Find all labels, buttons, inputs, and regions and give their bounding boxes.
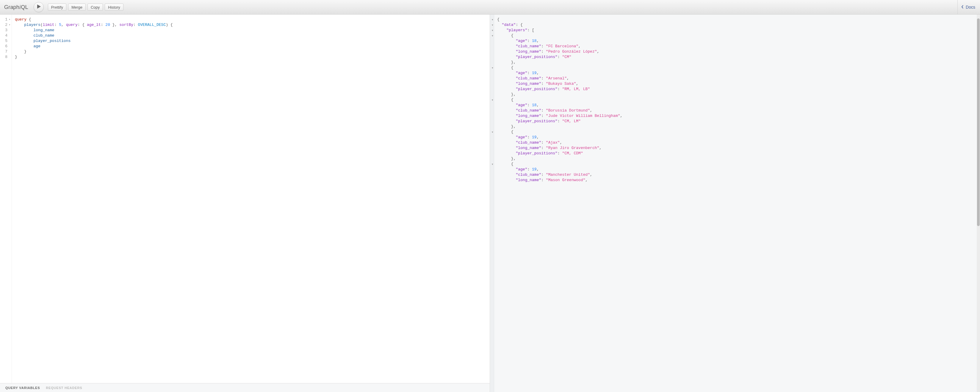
variable-editor-strip: QUERY VARIABLES REQUEST HEADERS xyxy=(0,383,490,392)
scrollbar-thumb[interactable] xyxy=(977,18,980,226)
tab-request-headers[interactable]: REQUEST HEADERS xyxy=(46,386,82,390)
query-editor-pane: 12345678 query { players(limit: 5, query… xyxy=(0,14,490,392)
play-icon xyxy=(37,5,41,10)
query-line-gutter: 12345678 xyxy=(0,14,12,383)
copy-button[interactable]: Copy xyxy=(88,3,103,11)
merge-button[interactable]: Merge xyxy=(68,3,86,11)
query-editor[interactable]: 12345678 query { players(limit: 5, query… xyxy=(0,14,490,383)
result-pane: ▾▾▾▾▾▾▾▾ { "data": { "players": [ { "age… xyxy=(490,14,980,392)
result-viewer[interactable]: { "data": { "players": [ { "age": 18, "c… xyxy=(494,14,980,392)
chevron-left-icon xyxy=(961,5,966,10)
result-fold-gutter: ▾▾▾▾▾▾▾▾ xyxy=(490,14,494,392)
history-button[interactable]: History xyxy=(105,3,123,11)
docs-label: Docs xyxy=(966,5,975,10)
tab-query-variables[interactable]: QUERY VARIABLES xyxy=(5,386,40,390)
main-content: 12345678 query { players(limit: 5, query… xyxy=(0,14,980,392)
scrollbar-track[interactable] xyxy=(977,14,980,392)
docs-toggle[interactable]: Docs xyxy=(958,0,980,14)
prettify-button[interactable]: Prettify xyxy=(48,3,66,11)
execute-button[interactable] xyxy=(33,2,44,12)
query-code[interactable]: query { players(limit: 5, query: { age_l… xyxy=(12,14,490,383)
app-logo: GraphiQL xyxy=(4,4,28,10)
topbar: GraphiQL Prettify Merge Copy History Doc… xyxy=(0,0,980,14)
